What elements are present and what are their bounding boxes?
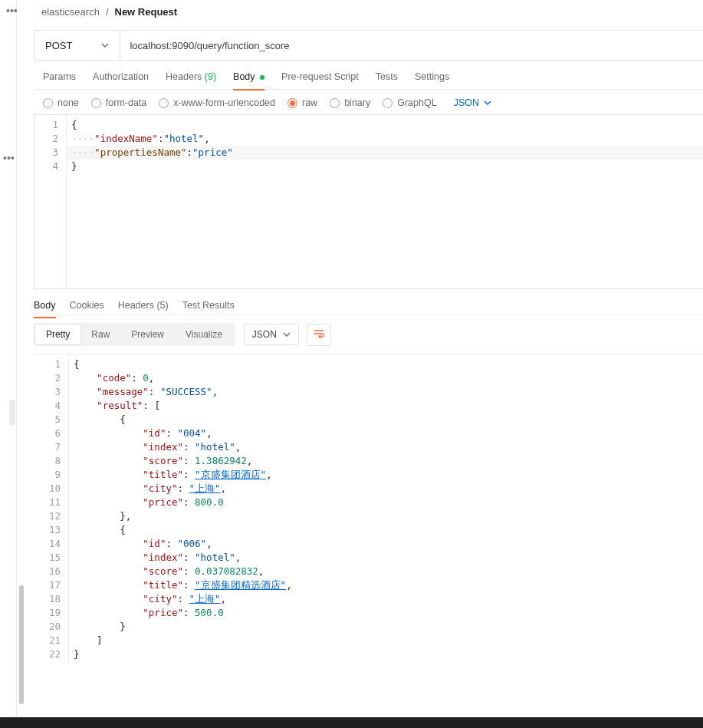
code-token: "price" xyxy=(143,496,183,508)
code-token: "indexName" xyxy=(94,133,158,144)
url-input[interactable]: localhost:9090/query/function_score xyxy=(120,31,703,60)
body-type-row: none form-data x-www-form-urlencoded raw… xyxy=(34,90,703,114)
response-body-editor[interactable]: 12345678910111213141516171819202122 { "c… xyxy=(34,354,703,664)
http-method-dropdown[interactable]: POST xyxy=(34,31,120,60)
code-token: "score" xyxy=(143,455,183,466)
code-token: "city" xyxy=(143,593,177,604)
tab-headers[interactable]: Headers (9) xyxy=(166,71,216,89)
resp-tab-headers-count: (5) xyxy=(156,300,168,311)
breadcrumb-sep: / xyxy=(106,6,109,18)
seg-raw[interactable]: Raw xyxy=(80,324,120,344)
code-token: "propertiesName" xyxy=(94,147,186,158)
tab-prerequest[interactable]: Pre-request Script xyxy=(281,71,359,89)
breadcrumb-collection[interactable]: elasticsearch xyxy=(41,6,100,18)
chevron-down-icon xyxy=(101,41,109,49)
code-token: "city" xyxy=(143,483,177,494)
code-area[interactable]: { ····"indexName":"hotel", ····"properti… xyxy=(67,115,703,288)
radio-none-label: none xyxy=(57,97,79,108)
wrap-icon xyxy=(314,329,324,338)
resp-tab-headers[interactable]: Headers (5) xyxy=(118,300,169,317)
response-code-area[interactable]: { "code": 0, "message": "SUCCESS", "resu… xyxy=(69,354,703,664)
resp-tab-headers-label: Headers xyxy=(118,300,154,311)
radio-binary-label: binary xyxy=(344,97,370,108)
chevron-down-icon xyxy=(283,331,291,338)
code-token: "006" xyxy=(177,538,206,549)
code-token: "SUCCESS" xyxy=(160,386,212,397)
radio-xwww[interactable]: x-www-form-urlencoded xyxy=(159,97,275,108)
code-token: "id" xyxy=(143,538,166,549)
tab-body[interactable]: Body xyxy=(233,71,264,91)
response-tabs: Body Cookies Headers (5) Test Results xyxy=(34,289,703,315)
radio-none[interactable]: none xyxy=(43,97,79,108)
raw-format-dropdown[interactable]: JSON xyxy=(454,97,491,108)
code-token: "score" xyxy=(143,565,183,577)
code-token: "京盛集团精选酒店" xyxy=(195,579,286,591)
resp-tab-body[interactable]: Body xyxy=(34,300,56,318)
request-tabs: Params Authorization Headers (9) Body Pr… xyxy=(34,61,703,90)
code-token: 800.0 xyxy=(195,496,224,508)
response-view-row: Pretty Raw Preview Visualize JSON xyxy=(34,315,703,354)
code-token: "index" xyxy=(143,441,183,453)
code-token: } xyxy=(71,160,77,172)
breadcrumb-request: New Request xyxy=(115,6,178,18)
seg-pretty[interactable]: Pretty xyxy=(35,324,80,344)
left-sidebar-strip xyxy=(0,0,17,728)
request-body-editor[interactable]: 1234 { ····"indexName":"hotel", ····"pro… xyxy=(34,114,703,289)
body-modified-dot-icon xyxy=(260,75,264,80)
more-icon-side[interactable]: ••• xyxy=(3,152,15,164)
code-token: { xyxy=(71,119,77,130)
code-token: : xyxy=(187,147,193,158)
tab-headers-count: (9) xyxy=(205,71,216,82)
code-token: "上海" xyxy=(189,593,221,604)
code-token: "price" xyxy=(143,607,183,618)
raw-format-label: JSON xyxy=(454,97,479,108)
tab-params[interactable]: Params xyxy=(43,71,76,89)
code-token: , xyxy=(204,133,210,144)
tab-body-label: Body xyxy=(233,71,255,82)
code-token: "code" xyxy=(97,372,131,384)
code-token: "hotel" xyxy=(195,441,235,453)
http-method-label: POST xyxy=(45,40,72,51)
response-format-dropdown[interactable]: JSON xyxy=(244,324,299,345)
radio-graphql-label: GraphQL xyxy=(397,97,436,108)
url-bar: POST localhost:9090/query/function_score xyxy=(34,30,703,61)
code-token: 500.0 xyxy=(195,607,224,618)
tab-authorization[interactable]: Authorization xyxy=(93,71,149,89)
breadcrumb: elasticsearch / New Request xyxy=(34,0,703,25)
line-gutter: 12345678910111213141516171819202122 xyxy=(34,354,69,664)
code-token: "hotel" xyxy=(195,552,235,563)
code-token: "message" xyxy=(97,386,149,397)
radio-xwww-label: x-www-form-urlencoded xyxy=(173,97,275,108)
code-token: 0.037082832 xyxy=(195,565,258,577)
code-token: "上海" xyxy=(189,483,221,494)
code-token: "京盛集团酒店" xyxy=(195,469,266,480)
code-token: 0 xyxy=(143,372,149,384)
more-icon[interactable]: ••• xyxy=(6,5,18,17)
tab-tests[interactable]: Tests xyxy=(376,71,398,89)
code-token: "id" xyxy=(143,427,166,439)
code-token: 1.3862942 xyxy=(195,455,247,466)
radio-raw-label: raw xyxy=(302,97,317,108)
url-text: localhost:9090/query/function_score xyxy=(130,40,289,51)
code-token: "result" xyxy=(97,400,143,411)
wrap-lines-button[interactable] xyxy=(307,324,331,346)
radio-raw[interactable]: raw xyxy=(287,97,317,108)
scrollbar-thumb[interactable] xyxy=(19,585,24,704)
resp-tab-cookies[interactable]: Cookies xyxy=(70,300,104,317)
seg-preview[interactable]: Preview xyxy=(120,324,175,344)
code-token: "title" xyxy=(143,469,183,480)
code-token: "index" xyxy=(143,552,183,563)
response-format-label: JSON xyxy=(252,329,277,340)
radio-graphql[interactable]: GraphQL xyxy=(383,97,436,108)
chevron-down-icon xyxy=(484,99,491,107)
pane-resize-handle[interactable] xyxy=(9,400,15,425)
seg-visualize[interactable]: Visualize xyxy=(175,324,233,344)
code-token: "004" xyxy=(177,427,206,439)
radio-binary[interactable]: binary xyxy=(330,97,370,108)
radio-form-data[interactable]: form-data xyxy=(91,97,147,108)
code-token: "hotel" xyxy=(163,133,204,144)
tab-settings[interactable]: Settings xyxy=(415,71,449,89)
footer-bar xyxy=(0,717,703,728)
code-token: "price" xyxy=(192,147,233,158)
resp-tab-test-results[interactable]: Test Results xyxy=(182,300,235,317)
